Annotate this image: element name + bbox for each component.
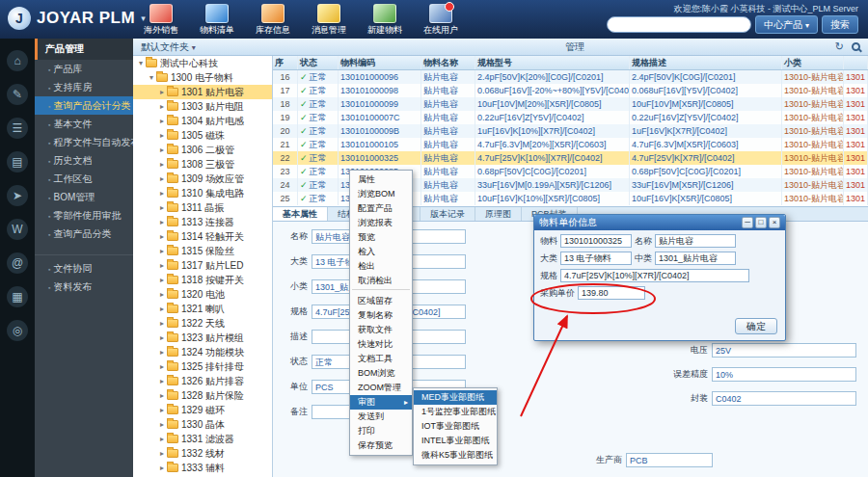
expand-arrow-icon[interactable]: ▸ bbox=[157, 114, 167, 128]
context-menu-item[interactable]: 取消检出 bbox=[350, 274, 412, 288]
tree-item[interactable]: ▸ 1326 贴片排容 bbox=[133, 374, 272, 388]
context-menu-item[interactable]: 区域留存 bbox=[350, 294, 412, 308]
toolbar-button[interactable]: 海外销售 bbox=[137, 2, 185, 37]
scope-button[interactable]: 中心产品 ▾ bbox=[755, 15, 818, 34]
tree-item[interactable]: ▸ 1305 磁珠 bbox=[133, 128, 272, 143]
context-menu-item[interactable]: 文档工具 bbox=[350, 352, 412, 366]
search-button[interactable]: 搜索 bbox=[822, 15, 858, 34]
table-row[interactable]: 20 ✓正常 13010100009B 贴片电容 1uF[16V]K[10%][… bbox=[273, 124, 868, 138]
table-header-cell[interactable]: 规格描述 bbox=[630, 56, 782, 69]
expand-arrow-icon[interactable]: ▸ bbox=[157, 172, 167, 186]
search-icon[interactable] bbox=[852, 42, 860, 51]
table-header-cell[interactable]: 规格型号 bbox=[475, 56, 630, 69]
context-menu-item[interactable]: 发送到 bbox=[350, 410, 412, 424]
expand-arrow-icon[interactable]: ▸ bbox=[157, 244, 167, 258]
expand-arrow-icon[interactable]: ▸ bbox=[157, 287, 167, 302]
submenu-item[interactable]: 微科K5事业部图纸 bbox=[414, 448, 497, 463]
table-header-cell[interactable]: 物料编码 bbox=[339, 56, 421, 69]
strip-icon[interactable]: ▦ bbox=[7, 286, 28, 307]
submenu-item[interactable]: INTEL事业部图纸 bbox=[414, 434, 497, 448]
window-button-icon[interactable]: □ bbox=[755, 217, 767, 228]
sidebar-item[interactable]: ▪产品库 bbox=[35, 60, 133, 78]
expand-arrow-icon[interactable]: ▸ bbox=[157, 229, 167, 244]
expand-arrow-icon[interactable]: ▸ bbox=[157, 417, 167, 432]
price-field[interactable]: 139.80 bbox=[578, 286, 645, 300]
search-input[interactable] bbox=[607, 16, 751, 33]
tree-item[interactable]: ▾ 1300 电子物料 bbox=[133, 70, 272, 85]
expand-arrow-icon[interactable]: ▸ bbox=[157, 200, 167, 215]
expand-arrow-icon[interactable]: ▸ bbox=[157, 446, 167, 461]
tree-item[interactable]: ▸ 1315 保险丝 bbox=[133, 244, 272, 258]
tree-item[interactable]: ▸ 1323 贴片模组 bbox=[133, 331, 272, 345]
tree-item[interactable]: ▸ 1328 贴片保险 bbox=[133, 388, 272, 403]
sidebar-item[interactable]: ▪工作区包 bbox=[35, 170, 133, 188]
toolbar-button[interactable]: 新建物料 bbox=[361, 2, 409, 37]
table-row[interactable]: 17 ✓正常 130101000098 贴片电容 0.068uF[16V][-2… bbox=[273, 84, 868, 97]
tree-item[interactable]: ▸ 1304 贴片电感 bbox=[133, 114, 272, 128]
expand-arrow-icon[interactable]: ▸ bbox=[157, 374, 167, 388]
sidebar-item[interactable]: ▪查询产品分类 bbox=[35, 225, 133, 243]
expand-arrow-icon[interactable]: ▸ bbox=[157, 128, 167, 143]
form-field[interactable]: C0402 bbox=[712, 391, 856, 406]
context-menu-item[interactable]: 浏览BOM bbox=[350, 187, 412, 201]
sidebar-item[interactable]: ▪BOM管理 bbox=[35, 188, 133, 206]
toolbar-button[interactable]: 物料清单 bbox=[193, 2, 241, 37]
strip-icon[interactable]: ◎ bbox=[7, 320, 28, 341]
expand-arrow-icon[interactable]: ▾ bbox=[147, 70, 156, 85]
midclass-field[interactable]: 1301_贴片电容 bbox=[655, 252, 736, 265]
strip-icon[interactable]: ⌂ bbox=[7, 50, 28, 71]
sidebar-item[interactable]: ▪文件协同 bbox=[35, 259, 133, 278]
strip-icon[interactable]: @ bbox=[7, 252, 28, 274]
expand-arrow-icon[interactable]: ▸ bbox=[157, 345, 167, 359]
table-row[interactable]: 21 ✓正常 130101000105 贴片电容 4.7uF[6.3V]M[20… bbox=[273, 138, 868, 151]
table-row[interactable]: 16 ✓正常 130101000096 贴片电容 2.4pF[50V]K[20%… bbox=[273, 70, 868, 84]
sidebar-item[interactable]: ▪资料发布 bbox=[35, 278, 133, 296]
tree-item[interactable]: ▸ 1306 二极管 bbox=[133, 143, 272, 157]
expand-arrow-icon[interactable]: ▸ bbox=[157, 258, 167, 273]
table-header-cell[interactable]: 物料名称 bbox=[421, 56, 475, 69]
tree-item[interactable]: ▸ 1301 贴片电容 bbox=[133, 85, 272, 99]
dialog-titlebar[interactable]: 物料单价信息 ─□× bbox=[534, 215, 785, 230]
app-logo[interactable]: J JOYAR PLM ▾ bbox=[8, 7, 146, 30]
context-menu-item[interactable]: 审图 ▸ bbox=[350, 395, 412, 410]
expand-arrow-icon[interactable]: ▸ bbox=[157, 331, 167, 345]
context-menu-item[interactable]: 检出 bbox=[350, 259, 412, 274]
detail-tab[interactable]: 原理图 bbox=[475, 207, 522, 221]
expand-arrow-icon[interactable]: ▸ bbox=[157, 273, 167, 287]
table-header-cell[interactable]: 状态 bbox=[298, 56, 339, 69]
table-header-cell[interactable] bbox=[844, 56, 868, 69]
context-menu-item[interactable]: 打印 bbox=[350, 424, 412, 438]
expand-arrow-icon[interactable]: ▾ bbox=[136, 56, 146, 70]
tree-item[interactable]: ▸ 1320 电池 bbox=[133, 287, 272, 302]
tree-item[interactable]: ▸ 1311 晶振 bbox=[133, 200, 272, 215]
tree-item[interactable]: ▸ 1314 轻触开关 bbox=[133, 229, 272, 244]
strip-icon[interactable]: ☰ bbox=[7, 118, 28, 139]
expand-arrow-icon[interactable]: ▸ bbox=[157, 215, 167, 229]
tree-item[interactable]: ▸ 1331 滤波器 bbox=[133, 432, 272, 446]
strip-icon[interactable]: W bbox=[7, 219, 28, 240]
ok-button[interactable]: 确定 bbox=[735, 318, 777, 334]
detail-tab[interactable]: 基本属性 bbox=[273, 207, 328, 221]
tree-item[interactable]: ▸ 1332 线材 bbox=[133, 446, 272, 461]
sidebar-item[interactable]: ▪历史文档 bbox=[35, 151, 133, 170]
submenu-item[interactable]: 1号监控事业部图纸 bbox=[414, 405, 497, 419]
tree-item[interactable]: ▾ 测试中心科技 bbox=[133, 56, 272, 70]
toolbar-button[interactable]: 消息管理 bbox=[305, 2, 353, 37]
expand-arrow-icon[interactable]: ▸ bbox=[157, 302, 167, 316]
sidebar-item[interactable]: ▪基本文件 bbox=[35, 115, 133, 133]
toolbar-button[interactable]: 库存信息 bbox=[249, 2, 297, 37]
tree-panel-title[interactable]: 默认文件夹 ▾ bbox=[141, 40, 196, 54]
tree-item[interactable]: ▸ 1329 磁环 bbox=[133, 403, 272, 417]
strip-icon[interactable]: ➤ bbox=[7, 185, 28, 206]
table-row[interactable]: 22 ✓正常 130101000325 贴片电容 4.7uF[25V]K[10%… bbox=[273, 151, 868, 165]
spec-field[interactable]: 4.7uF[25V]K[10%][X7R]/[C0402] bbox=[560, 269, 749, 282]
sidebar-item[interactable]: ▪查询产品会计分类 bbox=[35, 96, 133, 115]
expand-arrow-icon[interactable]: ▸ bbox=[157, 143, 167, 157]
form-field[interactable]: 25V bbox=[712, 343, 856, 358]
expand-arrow-icon[interactable]: ▸ bbox=[157, 99, 167, 114]
expand-arrow-icon[interactable]: ▸ bbox=[157, 461, 167, 475]
material-code-field[interactable]: 130101000325 bbox=[560, 234, 632, 248]
tree-item[interactable]: ▸ 1308 三极管 bbox=[133, 157, 272, 172]
sidebar-item[interactable]: ▪支持库房 bbox=[35, 78, 133, 96]
tree-item[interactable]: ▸ 1317 贴片LED bbox=[133, 258, 272, 273]
